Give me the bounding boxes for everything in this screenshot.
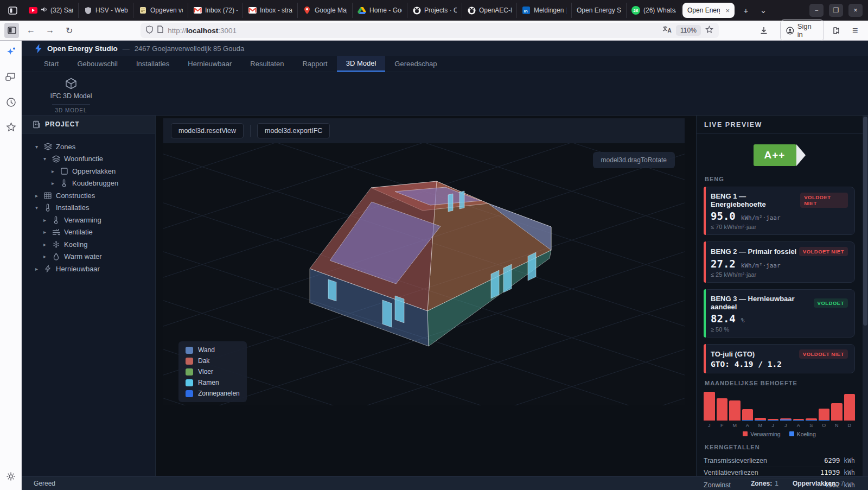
shield-icon[interactable] [146,26,153,36]
key-figure-row-ventilatieverliezen: Ventilatieverliezen11939kWh [704,467,855,480]
tree-item-label: Verwarming [64,216,101,224]
browser-tab[interactable]: Inbox - straa [243,3,298,18]
translate-icon[interactable]: A [662,26,672,36]
bar-koeling [793,420,805,421]
browser-tab[interactable]: Open Energy S [572,3,627,18]
tab-title: (26) WhatsA [643,7,676,14]
browser-tab[interactable]: Inbox (72) - [188,3,243,18]
ai-chat-icon[interactable] [0,43,22,61]
tree-item-ventilatie[interactable]: ▸Ventilatie [22,226,155,239]
tab-close-icon[interactable]: × [725,7,730,15]
tree-item-label: Oppervlakken [72,167,116,175]
back-button[interactable]: ← [23,23,38,38]
reload-button[interactable]: ↻ [62,23,76,38]
bolt-logo-icon [35,44,42,53]
menu-button[interactable]: ≡ [848,23,863,38]
forward-button[interactable]: → [43,23,58,38]
page-info-icon[interactable] [157,26,163,35]
tree-item-zones[interactable]: ▾Zones [22,141,155,153]
nav-tab-gereedschap[interactable]: Gereedschap [385,56,446,72]
tree-item-woonfunctie[interactable]: ▾Woonfunctie [22,153,155,166]
browser-tab[interactable]: Home - Goo [353,3,407,18]
bookmark-star-icon[interactable] [705,26,713,36]
browser-tab[interactable]: 26(26) WhatsA [627,3,681,18]
tab-title: Projects · O [424,7,457,14]
history-clock-icon[interactable] [0,93,22,111]
window-close-button[interactable]: × [848,4,863,17]
nav-tab-rapport[interactable]: Rapport [293,56,336,72]
browser-tab-active[interactable]: Open Energy× [682,3,735,18]
layers-icon [43,143,52,150]
browser-tab[interactable]: inMeldingen | [517,3,572,18]
browser-tab[interactable]: Opgeven vo [133,3,188,18]
chevron-right-icon[interactable]: ▸ [42,253,48,259]
signin-button[interactable]: Sign in [780,20,824,41]
reset-view-button[interactable]: model3d.resetView [171,123,244,138]
browser-tab[interactable]: Google Map [298,3,353,18]
panel-scrollbar[interactable] [863,116,868,476]
export-ifc-button[interactable]: model3d.exportIFC [257,123,330,138]
chevron-right-icon[interactable]: ▸ [50,180,56,186]
ifc-3d-model-button[interactable]: IFC 3D Model 3D MODEL [41,72,101,115]
nav-tab-start[interactable]: Start [35,56,68,72]
window-minimize-button[interactable]: − [809,4,824,17]
chevron-down-icon[interactable]: ▾ [34,205,40,211]
tree-item-warm-water[interactable]: ▸Warm water [22,251,155,263]
chevron-right-icon[interactable]: ▸ [50,168,56,174]
chart-bar-S8 [806,418,817,421]
chevron-right-icon[interactable]: ▸ [34,266,40,272]
tab-title: Open Energy S [577,7,621,14]
nav-tab-resultaten[interactable]: Resultaten [241,56,293,72]
settings-gear-icon[interactable] [0,467,22,486]
layers-icon [52,155,60,163]
chevron-down-icon[interactable]: ▾ [42,156,48,162]
url-bar[interactable]: http://localhost:3001 A 110% [141,23,719,38]
tab-audio-icon[interactable] [41,7,47,14]
nav-tab-hernieuwbaar[interactable]: Hernieuwbaar [178,56,241,72]
tree-item-koeling[interactable]: ▸Koeling [22,238,155,251]
tree-item-verwarming[interactable]: ▸Verwarming [22,214,155,226]
indicator-title: TO-juli (GTO) [711,350,755,358]
tree-item-installaties[interactable]: ▾Installaties [22,202,155,214]
browser-tab[interactable]: OpenAEC-F [462,3,517,18]
browser-toolbar: ← → ↻ http://localhost:3001 A 110% Sign … [0,21,868,41]
chart-bar-J0 [704,392,715,421]
firefox-view-icon[interactable] [4,3,21,17]
browser-tab[interactable]: (32) Sant [24,3,79,18]
chevron-right-icon[interactable]: ▸ [42,241,48,247]
indicator-value: GTO: 4.19 / 1.2 [711,360,848,368]
bookmarks-star-icon[interactable] [0,118,22,136]
nav-tab-installaties[interactable]: Installaties [127,56,178,72]
month-label: O [819,423,830,428]
panel-scrollbar-thumb[interactable] [863,117,867,326]
tree-item-oppervlakken[interactable]: ▸Oppervlakken [22,165,155,177]
monthly-demand-chart: JFMAMJJASOND VerwarmingKoeling [704,391,855,437]
extensions-icon[interactable] [828,23,843,38]
synced-tabs-icon[interactable] [0,68,22,86]
cube-icon [65,78,77,90]
nav-tab-gebouwschil[interactable]: Gebouwschil [68,56,126,72]
sidebar-toggle-button[interactable] [4,23,19,38]
tree-item-constructies[interactable]: ▸Constructies [22,189,155,202]
downloads-icon[interactable] [757,23,771,38]
status-badge: VOLDOET NIET [799,349,848,359]
new-tab-button[interactable]: + [739,3,753,17]
nav-tab-3d-model[interactable]: 3D Model [337,56,386,72]
chevron-down-icon[interactable]: ▾ [34,144,40,150]
model3d-canvas[interactable]: model3d.dragToRotate WandDakVloerRamenZo… [163,143,685,405]
energy-label-arrow [796,144,806,166]
list-tabs-button[interactable]: ⌄ [756,3,770,17]
tree-item-hernieuwbaar[interactable]: ▸Hernieuwbaar [22,263,155,275]
tree-item-koudebruggen[interactable]: ▸Koudebruggen [22,177,155,190]
chevron-right-icon[interactable]: ▸ [42,229,48,235]
generic-yellow-icon [138,6,147,15]
chevron-right-icon[interactable]: ▸ [42,217,48,223]
window-maximize-button[interactable]: ❐ [829,4,843,17]
bar-koeling [742,420,754,421]
browser-tab[interactable]: HSV - Websi [79,3,133,18]
indicator-unit: % [741,317,745,324]
chevron-right-icon[interactable]: ▸ [34,193,40,199]
url-text[interactable]: http://localhost:3001 [168,27,237,35]
browser-tab[interactable]: Projects · O [407,3,462,18]
zoom-level-button[interactable]: 110% [676,25,701,36]
